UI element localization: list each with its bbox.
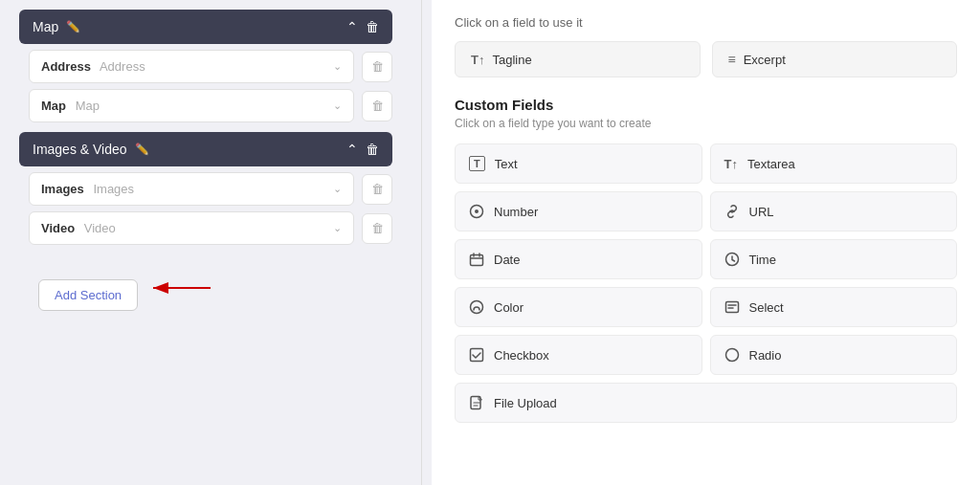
address-delete-icon: 🗑	[371, 59, 384, 74]
url-label: URL	[749, 205, 774, 219]
text-icon: T	[469, 156, 485, 171]
map-collapse-button[interactable]: ⌃	[346, 19, 358, 34]
checkbox-field-item[interactable]: Checkbox	[455, 335, 702, 375]
text-field-item[interactable]: T Text	[455, 143, 702, 184]
svg-point-9	[725, 349, 738, 362]
excerpt-icon: ≡	[728, 52, 736, 67]
checkbox-icon	[469, 347, 484, 363]
number-icon	[469, 204, 484, 219]
map-section-title: Map	[33, 19, 58, 34]
images-label: Images	[41, 182, 84, 196]
video-delete-button[interactable]: 🗑	[362, 213, 392, 244]
time-field-item[interactable]: Time	[710, 239, 958, 279]
tagline-label: Tagline	[492, 53, 531, 67]
number-label: Number	[494, 205, 538, 219]
address-field-select[interactable]: Address Address ⌄	[29, 50, 354, 83]
checkbox-label: Checkbox	[494, 348, 549, 363]
address-label: Address	[41, 59, 91, 74]
number-field-item[interactable]: Number	[455, 191, 702, 231]
excerpt-field-chip[interactable]: ≡ Excerpt	[712, 41, 958, 77]
url-icon	[724, 204, 740, 219]
images-video-controls: ⌃ 🗑	[346, 142, 379, 157]
date-icon	[469, 252, 484, 267]
excerpt-label: Excerpt	[744, 53, 786, 67]
textarea-field-item[interactable]: T↑ Textarea	[710, 143, 958, 184]
svg-rect-4	[471, 255, 483, 266]
address-field-row: Address Address ⌄ 🗑	[19, 50, 392, 83]
images-placeholder: Images	[93, 182, 134, 196]
color-field-item[interactable]: Color	[455, 287, 702, 327]
text-label: Text	[495, 157, 518, 171]
video-field-select[interactable]: Video Video ⌄	[29, 211, 354, 245]
images-chevron-icon: ⌄	[333, 183, 342, 195]
address-placeholder: Address	[100, 59, 145, 74]
radio-label: Radio	[749, 348, 782, 363]
images-video-title: Images & Video	[33, 142, 127, 157]
images-field-row: Images Images ⌄ 🗑	[19, 172, 392, 206]
video-chevron-icon: ⌄	[333, 222, 342, 234]
url-field-item[interactable]: URL	[710, 191, 958, 231]
address-chevron-icon: ⌄	[333, 60, 342, 73]
images-video-section-header: Images & Video ✏️ ⌃ 🗑	[19, 132, 392, 166]
map-field-row: Map Map ⌄ 🗑	[19, 89, 392, 122]
map-section-controls: ⌃ 🗑	[346, 19, 379, 34]
textarea-label: Textarea	[747, 157, 795, 171]
svg-point-3	[475, 209, 479, 213]
video-label: Video	[41, 221, 75, 235]
left-panel: Map ✏️ ⌃ 🗑 Address Address ⌄ 🗑 Map Map ⌄	[0, 0, 412, 485]
map-field-label: Map	[41, 99, 66, 113]
images-delete-icon: 🗑	[371, 182, 384, 196]
file-upload-icon	[469, 395, 484, 410]
svg-rect-7	[725, 302, 738, 313]
map-field-delete-button[interactable]: 🗑	[362, 91, 392, 121]
images-delete-button[interactable]: 🗑	[362, 174, 392, 205]
custom-fields-subtitle: Click on a field type you want to create	[455, 117, 957, 130]
images-video-title-group: Images & Video ✏️	[33, 142, 149, 157]
red-arrow-annotation	[144, 274, 220, 302]
map-field-select[interactable]: Map Map ⌄	[29, 89, 354, 122]
radio-field-item[interactable]: Radio	[710, 335, 958, 375]
time-label: Time	[749, 253, 776, 267]
tagline-icon: T↑	[471, 53, 484, 67]
video-delete-icon: 🗑	[371, 221, 384, 235]
images-video-edit-icon[interactable]: ✏️	[135, 143, 149, 156]
custom-fields-title: Custom Fields	[455, 97, 957, 113]
video-placeholder: Video	[84, 221, 116, 235]
map-section-header: Map ✏️ ⌃ 🗑	[19, 10, 392, 44]
map-field-delete-icon: 🗑	[371, 99, 384, 113]
add-section-label: Add Section	[55, 288, 122, 302]
add-section-button[interactable]: Add Section	[38, 279, 138, 311]
map-section-title-group: Map ✏️	[33, 19, 80, 34]
select-field-item[interactable]: Select	[710, 287, 958, 327]
select-icon	[724, 299, 740, 315]
custom-fields-grid: T Text T↑ Textarea Number URL	[455, 143, 957, 423]
map-delete-button[interactable]: 🗑	[366, 19, 379, 34]
file-upload-field-item[interactable]: File Upload	[455, 383, 957, 423]
map-edit-icon[interactable]: ✏️	[66, 20, 80, 33]
map-field-chevron-icon: ⌄	[333, 99, 342, 112]
panel-divider	[421, 0, 422, 485]
date-label: Date	[494, 253, 520, 267]
video-field-row: Video Video ⌄ 🗑	[19, 211, 392, 245]
images-field-select[interactable]: Images Images ⌄	[29, 172, 354, 206]
images-video-delete-button[interactable]: 🗑	[366, 142, 379, 157]
images-video-collapse-button[interactable]: ⌃	[346, 142, 358, 157]
select-label: Select	[749, 300, 784, 315]
textarea-icon: T↑	[724, 157, 738, 171]
builtin-fields-row: T↑ Tagline ≡ Excerpt	[455, 41, 957, 77]
address-delete-button[interactable]: 🗑	[362, 52, 392, 82]
map-field-placeholder: Map	[76, 99, 100, 113]
time-icon	[724, 252, 740, 267]
color-label: Color	[494, 300, 523, 315]
radio-icon	[724, 347, 740, 363]
click-hint-text: Click on a field to use it	[455, 15, 957, 30]
file-upload-label: File Upload	[494, 396, 557, 410]
tagline-field-chip[interactable]: T↑ Tagline	[455, 41, 701, 77]
right-panel: Click on a field to use it T↑ Tagline ≡ …	[432, 0, 980, 485]
date-field-item[interactable]: Date	[455, 239, 702, 279]
color-icon	[469, 299, 484, 315]
